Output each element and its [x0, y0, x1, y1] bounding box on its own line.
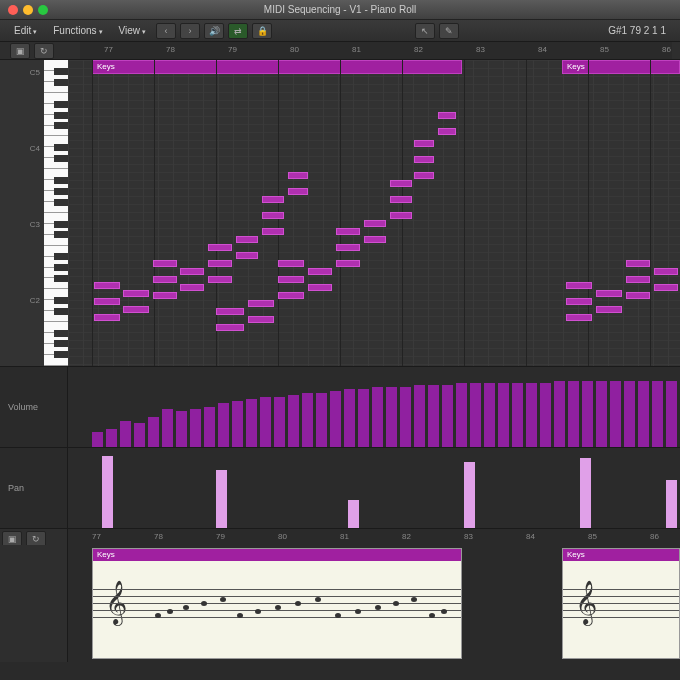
midi-note[interactable]	[654, 284, 678, 291]
midi-note[interactable]	[262, 228, 284, 235]
midi-note[interactable]	[438, 128, 456, 135]
volume-bar[interactable]	[428, 385, 439, 447]
volume-bar[interactable]	[260, 397, 271, 447]
score-note[interactable]	[315, 597, 321, 602]
volume-bar[interactable]	[302, 393, 313, 447]
midi-note[interactable]	[596, 290, 622, 297]
volume-bar[interactable]	[484, 383, 495, 447]
menu-functions[interactable]: Functions▾	[47, 23, 108, 38]
midi-note[interactable]	[216, 308, 244, 315]
midi-note[interactable]	[390, 212, 412, 219]
midi-note[interactable]	[153, 260, 177, 267]
volume-bar[interactable]	[162, 409, 173, 447]
volume-bar[interactable]	[540, 383, 551, 447]
volume-bar[interactable]	[638, 381, 649, 447]
midi-note[interactable]	[94, 314, 120, 321]
midi-note[interactable]	[626, 260, 650, 267]
midi-note[interactable]	[236, 252, 258, 259]
pan-bar[interactable]	[580, 458, 591, 528]
volume-bar[interactable]	[372, 387, 383, 447]
midi-note[interactable]	[278, 276, 304, 283]
menu-edit[interactable]: Edit▾	[8, 23, 43, 38]
volume-bar[interactable]	[92, 432, 103, 447]
midi-note[interactable]	[94, 298, 120, 305]
score-note[interactable]	[275, 605, 281, 610]
midi-note[interactable]	[364, 236, 386, 243]
midi-note[interactable]	[248, 316, 274, 323]
score-note[interactable]	[429, 613, 435, 618]
score-note[interactable]	[375, 605, 381, 610]
volume-track[interactable]	[68, 367, 680, 447]
volume-bar[interactable]	[652, 381, 663, 447]
tool-lock-icon[interactable]: 🔒	[252, 23, 272, 39]
midi-note[interactable]	[596, 306, 622, 313]
volume-bar[interactable]	[386, 387, 397, 447]
midi-note[interactable]	[262, 212, 284, 219]
score-note[interactable]	[255, 609, 261, 614]
volume-bar[interactable]	[316, 393, 327, 447]
volume-bar[interactable]	[344, 389, 355, 447]
volume-bar[interactable]	[358, 389, 369, 447]
volume-bar[interactable]	[232, 401, 243, 447]
midi-note[interactable]	[626, 292, 650, 299]
score-note[interactable]	[355, 609, 361, 614]
midi-note[interactable]	[278, 260, 304, 267]
pan-bar[interactable]	[348, 500, 359, 528]
midi-note[interactable]	[308, 268, 332, 275]
midi-note[interactable]	[566, 298, 592, 305]
score-note[interactable]	[201, 601, 207, 606]
midi-note[interactable]	[414, 172, 434, 179]
volume-bar[interactable]	[246, 399, 257, 447]
volume-bar[interactable]	[624, 381, 635, 447]
midi-note[interactable]	[390, 196, 412, 203]
midi-note[interactable]	[308, 284, 332, 291]
score-note[interactable]	[220, 597, 226, 602]
midi-note[interactable]	[208, 244, 232, 251]
tool-zoom-in[interactable]: ›	[180, 23, 200, 39]
midi-note[interactable]	[153, 276, 177, 283]
midi-note[interactable]	[288, 188, 308, 195]
volume-bar[interactable]	[596, 381, 607, 447]
midi-note[interactable]	[94, 282, 120, 289]
score-area[interactable]: Keys 𝄞 Keys 𝄞	[68, 545, 680, 662]
volume-bar[interactable]	[498, 383, 509, 447]
midi-note[interactable]	[288, 172, 308, 179]
volume-bar[interactable]	[666, 381, 677, 447]
volume-bar[interactable]	[190, 409, 201, 447]
midi-note[interactable]	[208, 276, 232, 283]
score-note[interactable]	[441, 609, 447, 614]
score-region-2[interactable]: Keys 𝄞	[562, 548, 680, 659]
midi-note[interactable]	[626, 276, 650, 283]
midi-note[interactable]	[216, 324, 244, 331]
midi-note[interactable]	[123, 290, 149, 297]
tool-zoom-out[interactable]: ‹	[156, 23, 176, 39]
score-note[interactable]	[335, 613, 341, 618]
tool-pointer-icon[interactable]: ↖	[415, 23, 435, 39]
midi-note[interactable]	[180, 284, 204, 291]
volume-bar[interactable]	[582, 381, 593, 447]
midi-note[interactable]	[336, 260, 360, 267]
score-note[interactable]	[295, 601, 301, 606]
tool-pencil-icon[interactable]: ✎	[439, 23, 459, 39]
volume-bar[interactable]	[610, 381, 621, 447]
midi-note[interactable]	[208, 260, 232, 267]
midi-note[interactable]	[414, 140, 434, 147]
midi-note[interactable]	[153, 292, 177, 299]
volume-bar[interactable]	[456, 383, 467, 447]
volume-bar[interactable]	[512, 383, 523, 447]
pan-bar[interactable]	[102, 456, 113, 528]
midi-grid[interactable]: Keys Keys	[68, 60, 680, 366]
score-note[interactable]	[183, 605, 189, 610]
midi-note[interactable]	[438, 112, 456, 119]
pan-track[interactable]	[68, 448, 680, 528]
volume-bar[interactable]	[554, 381, 565, 447]
score-ruler[interactable]: 77787980818283848586	[68, 529, 680, 545]
volume-bar[interactable]	[470, 383, 481, 447]
volume-bar[interactable]	[148, 417, 159, 447]
volume-bar[interactable]	[176, 411, 187, 447]
pane-btn-2[interactable]: ↻	[34, 43, 54, 59]
volume-bar[interactable]	[330, 391, 341, 447]
midi-note[interactable]	[566, 282, 592, 289]
midi-note[interactable]	[278, 292, 304, 299]
midi-note[interactable]	[364, 220, 386, 227]
